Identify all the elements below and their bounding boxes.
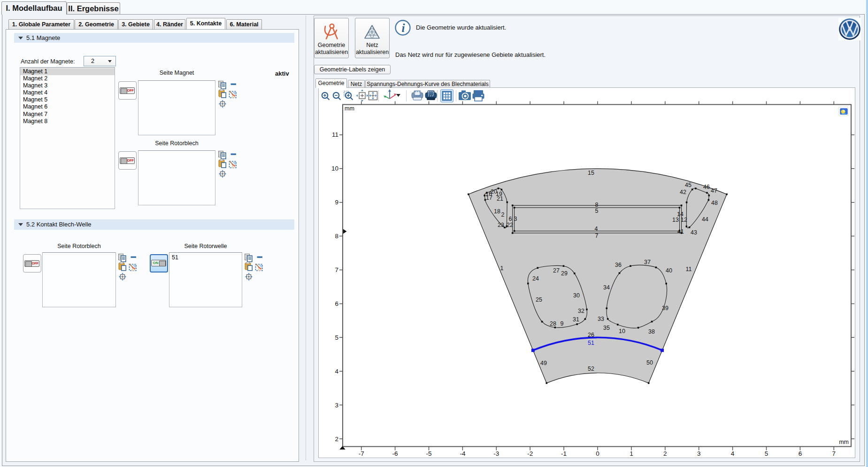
svg-text:50: 50: [646, 359, 653, 366]
svg-text:44: 44: [702, 216, 708, 223]
svg-text:24: 24: [532, 275, 539, 282]
svg-text:aktualisieren: aktualisieren: [356, 49, 389, 55]
svg-text:-6: -6: [392, 450, 398, 457]
svg-text:-1: -1: [561, 450, 567, 457]
svg-text:46: 46: [703, 184, 710, 190]
svg-text:3: 3: [697, 450, 701, 457]
svg-text:47: 47: [711, 187, 717, 194]
svg-text:6: 6: [335, 300, 338, 307]
svg-text:6: 6: [799, 450, 802, 457]
svg-text:-4: -4: [460, 450, 465, 457]
svg-text:51: 51: [588, 340, 594, 346]
svg-text:6: 6: [509, 216, 512, 222]
svg-text:28: 28: [550, 320, 556, 327]
svg-text:52: 52: [588, 366, 594, 372]
svg-text:mm: mm: [345, 105, 354, 112]
svg-text:5: 5: [335, 334, 338, 341]
svg-text:35: 35: [603, 325, 610, 331]
svg-text:2: 2: [663, 450, 667, 457]
svg-text:31: 31: [573, 316, 579, 323]
svg-text:7: 7: [595, 233, 599, 239]
svg-text:37: 37: [644, 259, 651, 265]
svg-text:1: 1: [500, 265, 504, 272]
svg-text:12: 12: [681, 217, 687, 223]
svg-text:7: 7: [335, 266, 338, 273]
svg-text:48: 48: [711, 200, 718, 206]
svg-text:18: 18: [494, 208, 500, 215]
svg-text:10: 10: [619, 328, 625, 335]
svg-text:3: 3: [514, 216, 517, 222]
svg-text:22: 22: [507, 222, 513, 228]
svg-text:17: 17: [486, 195, 492, 201]
svg-text:8: 8: [335, 233, 338, 240]
svg-text:38: 38: [648, 328, 655, 335]
svg-text:Netz: Netz: [366, 42, 378, 48]
svg-text:aktualisieren: aktualisieren: [315, 49, 348, 55]
svg-text:-2: -2: [527, 450, 533, 457]
svg-text:41: 41: [677, 228, 684, 235]
svg-text:2: 2: [335, 436, 338, 443]
svg-text:7: 7: [832, 450, 836, 457]
svg-text:-7: -7: [359, 450, 364, 457]
svg-text:9: 9: [561, 320, 564, 327]
svg-text:26: 26: [588, 332, 594, 338]
svg-text:33: 33: [598, 316, 604, 322]
svg-text:8: 8: [595, 202, 599, 208]
svg-text:45: 45: [685, 182, 691, 188]
svg-text:4: 4: [335, 368, 338, 375]
svg-text:21: 21: [497, 195, 503, 202]
svg-text:27: 27: [553, 267, 560, 274]
svg-text:i: i: [402, 22, 405, 34]
svg-text:13: 13: [672, 217, 679, 223]
svg-text:mm: mm: [839, 439, 849, 445]
svg-text:-3: -3: [493, 450, 499, 457]
svg-text:-5: -5: [426, 450, 431, 457]
svg-text:2: 2: [501, 211, 505, 218]
svg-text:29: 29: [561, 270, 568, 277]
svg-text:23: 23: [498, 222, 504, 228]
svg-text:5: 5: [765, 450, 768, 457]
svg-text:11: 11: [686, 266, 692, 272]
svg-text:30: 30: [573, 292, 580, 299]
svg-text:25: 25: [536, 296, 542, 303]
svg-text:10: 10: [331, 165, 338, 172]
svg-text:40: 40: [666, 267, 672, 274]
svg-text:0: 0: [596, 450, 599, 457]
svg-text:3: 3: [335, 402, 338, 409]
svg-text:5: 5: [595, 208, 599, 214]
svg-text:15: 15: [588, 170, 594, 176]
svg-text:34: 34: [603, 284, 610, 291]
svg-text:4: 4: [731, 450, 735, 457]
svg-text:4: 4: [595, 226, 598, 232]
svg-text:9: 9: [335, 199, 338, 206]
svg-text:1: 1: [630, 450, 633, 457]
svg-text:36: 36: [615, 262, 622, 268]
svg-text:32: 32: [578, 308, 584, 314]
svg-text:43: 43: [691, 229, 697, 236]
svg-text:Geometrie: Geometrie: [318, 42, 345, 48]
svg-text:49: 49: [540, 360, 547, 366]
svg-text:39: 39: [662, 305, 668, 311]
svg-text:11: 11: [332, 131, 338, 138]
svg-text:42: 42: [680, 189, 686, 195]
